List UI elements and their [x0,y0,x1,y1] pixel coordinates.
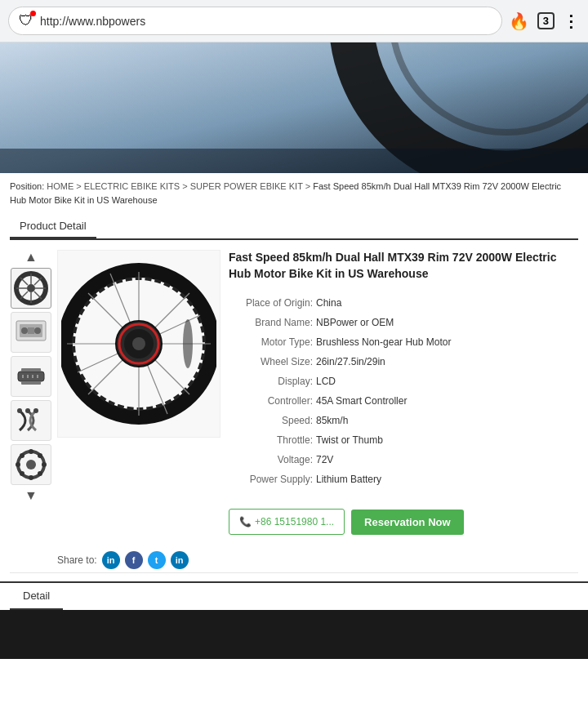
thumbnail-4[interactable] [11,400,51,441]
svg-point-27 [25,408,30,413]
thumb-nav-down[interactable]: ▼ [19,488,43,503]
spec-row: Brand Name: NBPower or OEM [230,314,577,334]
spec-row: Power Supply: Lithium Battery [230,471,577,491]
svg-point-37 [38,453,42,458]
hero-svg [0,42,588,173]
phone-button[interactable]: 📞 +86 15151980 1... [229,509,345,535]
image-column: ▲ [10,250,220,535]
spec-row: Motor Type: Brushless Non-gear Hub Motor [230,334,577,354]
svg-point-35 [20,453,24,458]
browser-actions: 🔥 3 ⋮ [509,11,580,31]
product-detail-tab-label: Product Detail [20,220,87,237]
section-divider [10,572,578,573]
spec-row: Speed: 85km/h [230,412,577,432]
spec-value: China [316,297,341,312]
spec-label: Display: [230,376,316,390]
url-text: http://www.nbpowers [40,15,145,28]
svg-point-26 [17,408,22,413]
svg-line-13 [20,292,28,299]
cta-row: 📞 +86 15151980 1... Reservation Now [229,509,578,535]
svg-rect-18 [28,327,34,334]
svg-rect-3 [0,149,588,173]
spec-row: Voltage: 72V [230,452,577,471]
breadcrumb-super-power[interactable]: SUPER POWER EBIKE KIT [190,181,303,191]
spec-value: Twist or Thumb [316,434,383,449]
main-product-image [57,250,220,438]
twitter-share-icon[interactable]: t [148,551,166,569]
svg-rect-21 [21,381,41,385]
svg-point-28 [33,408,38,413]
svg-point-32 [29,475,33,480]
spec-value: 85km/h [316,415,348,429]
breadcrumb-ebike-kits[interactable]: ELECTRIC EBIKE KITS [84,181,180,191]
spec-label: Wheel Size: [230,356,316,371]
svg-point-34 [42,462,47,467]
svg-point-55 [132,337,145,350]
svg-point-31 [29,449,33,454]
thumb-nav-up[interactable]: ▲ [19,250,43,265]
spec-value: Lithium Battery [316,474,381,488]
spec-value: NBPower or OEM [316,317,394,332]
reservation-button[interactable]: Reservation Now [351,510,463,535]
fire-icon[interactable]: 🔥 [509,11,529,31]
share-label: Share to: [57,554,97,566]
tab-count[interactable]: 3 [537,12,555,29]
spec-row: Wheel Size: 26in/27.5in/29in [230,354,577,373]
spec-value: 26in/27.5in/29in [316,356,385,371]
spec-label: Voltage: [230,454,316,469]
linkedin-share-icon[interactable]: in [102,551,120,569]
product-section: ▲ [0,240,588,545]
phone-icon: 📞 [239,516,252,527]
spec-label: Throttle: [230,434,316,449]
hero-image [0,42,588,173]
browser-bar: 🛡 http://www.nbpowers 🔥 3 ⋮ [0,0,588,42]
svg-point-17 [34,327,41,334]
spec-value: 45A Smart Controller [316,395,407,410]
svg-rect-19 [18,372,44,381]
spec-row: Display: LCD [230,373,577,393]
spec-row: Controller: 45A Smart Controller [230,393,577,412]
svg-line-10 [20,278,28,285]
thumbnail-1[interactable] [11,268,51,309]
spec-label: Place of Origin: [230,297,316,312]
spec-value: 72V [316,454,333,469]
svg-line-11 [34,292,42,299]
detail-tab[interactable]: Detail [10,583,63,610]
detail-tab-label: Detail [23,590,50,602]
facebook-share-icon[interactable]: f [125,551,143,569]
spec-label: Controller: [230,395,316,410]
svg-point-5 [27,284,35,292]
share-row: Share to: in f t in [0,545,588,572]
svg-point-36 [38,471,42,476]
spec-label: Brand Name: [230,317,316,332]
product-info: Fast Speed 85km/h Dual Hall MTX39 Rim 72… [229,250,578,535]
spec-label: Motor Type: [230,336,316,351]
address-bar[interactable]: 🛡 http://www.nbpowers [8,7,502,35]
product-detail-tab-container: Product Detail [0,213,588,240]
spec-table: Place of Origin: China Brand Name: NBPow… [229,293,578,492]
footer-dark [0,610,588,659]
position-label: Position: [10,181,44,191]
thumbnail-5[interactable] [11,444,51,485]
thumbnail-3[interactable] [11,356,51,397]
spec-label: Speed: [230,415,316,429]
instagram-share-icon[interactable]: in [171,551,189,569]
spec-row: Throttle: Twist or Thumb [230,432,577,452]
breadcrumb-home[interactable]: HOME [47,181,74,191]
detail-tab-bar: Detail [0,581,588,610]
product-title: Fast Speed 85km/h Dual Hall MTX39 Rim 72… [229,250,578,282]
svg-point-57 [183,319,193,368]
spec-value: Brushless Non-gear Hub Motor [316,336,451,351]
spec-value: LCD [316,376,336,390]
main-product-svg [61,254,216,434]
svg-point-33 [16,462,20,467]
more-menu-icon[interactable]: ⋮ [563,11,580,31]
breadcrumb: Position: HOME > ELECTRIC EBIKE KITS > S… [0,173,588,213]
spec-row: Place of Origin: China [230,295,577,314]
thumbnail-2[interactable] [11,312,51,353]
phone-number: +86 15151980 1... [255,516,334,527]
shield-icon: 🛡 [19,12,33,29]
svg-point-30 [26,460,36,470]
svg-point-16 [21,327,28,334]
product-detail-tab[interactable]: Product Detail [10,213,96,238]
